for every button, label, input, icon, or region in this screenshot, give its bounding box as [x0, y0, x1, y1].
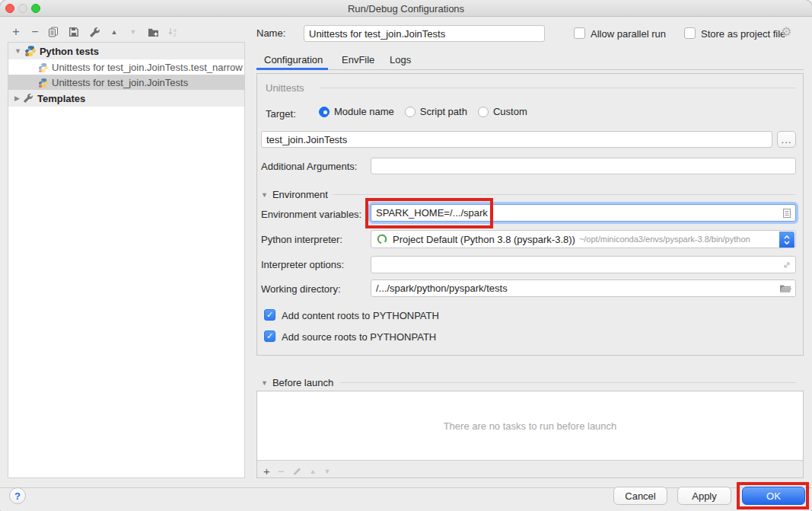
python-config-icon [38, 62, 49, 73]
before-launch-line [340, 382, 796, 383]
move-task-down-button: ▼ [323, 468, 330, 475]
plus-icon: + [12, 26, 19, 38]
before-launch-label: Before launch [272, 377, 333, 388]
minus-icon: − [31, 26, 38, 38]
name-value: Unittests for test_join.JoinTests [309, 28, 445, 40]
tab-logs[interactable]: Logs [390, 54, 411, 65]
add-content-roots-checkbox[interactable]: ✓ [264, 309, 275, 321]
python-tests-icon [24, 45, 37, 57]
browse-button[interactable]: ... [777, 131, 796, 148]
new-folder-button[interactable] [146, 25, 160, 39]
radio-script-path-label: Script path [420, 106, 467, 117]
radio-module-name[interactable] [319, 107, 330, 117]
tree-item-test-narrow[interactable]: Unittests for test_join.JoinTests.test_n… [8, 59, 244, 75]
tree-item-label: Unittests for test_join.JoinTests [52, 77, 188, 88]
python-interpreter-select[interactable]: Project Default (Python 3.8 (pyspark-3.8… [371, 230, 796, 248]
target-label: Target: [266, 108, 296, 120]
radio-custom-label: Custom [493, 106, 527, 117]
add-task-button[interactable]: + [263, 465, 270, 477]
section-expanded-icon: ▼ [261, 191, 268, 199]
disclosure-collapsed-icon[interactable]: ▶ [14, 94, 20, 102]
radio-script-path[interactable] [405, 107, 416, 117]
radio-custom[interactable] [478, 107, 489, 117]
environment-variables-label: Environment variables: [261, 209, 361, 220]
environment-variables-input[interactable]: SPARK_HOME=/.../spark [371, 204, 796, 222]
active-tab-underline [256, 68, 328, 70]
apply-label: Apply [692, 490, 717, 502]
working-directory-input[interactable]: /.../spark/python/pyspark/tests [371, 279, 796, 297]
ellipsis-icon: ... [782, 134, 792, 145]
remove-config-button[interactable]: − [28, 25, 42, 39]
tree-item-python-tests[interactable]: ▼ Python tests [8, 43, 244, 59]
ok-label: OK [766, 490, 781, 502]
unittests-group-line [320, 88, 796, 88]
triangle-down-icon: ▼ [130, 26, 137, 38]
wrench-icon [89, 27, 100, 38]
environment-section-header[interactable]: ▼ Environment [261, 189, 328, 200]
config-tree: ▼ Python tests Unittests for test_join.J… [8, 42, 245, 478]
add-config-button[interactable]: + [9, 25, 23, 39]
radio-module-name-label: Module name [334, 106, 394, 117]
module-name-input[interactable]: test_join.JoinTests [261, 131, 772, 148]
sort-configs-button: az [166, 25, 180, 39]
environment-variables-value: SPARK_HOME=/.../spark [376, 207, 488, 219]
apply-button[interactable]: Apply [677, 487, 731, 505]
working-directory-value: /.../spark/python/pyspark/tests [376, 283, 508, 294]
store-settings-gear-icon[interactable]: ⚙ [781, 24, 791, 39]
section-expanded-icon: ▼ [261, 379, 268, 387]
before-launch-task-list: There are no tasks to run before launch [257, 391, 803, 461]
tree-item-label: Python tests [40, 46, 99, 57]
run-debug-configurations-dialog: Run/Debug Configurations + − ▲ ▼ az ▼ Py… [0, 0, 812, 511]
before-launch-panel: There are no tasks to run before launch … [256, 391, 804, 478]
cancel-label: Cancel [625, 490, 655, 502]
add-source-roots-label: Add source roots to PYTHONPATH [282, 331, 436, 343]
tab-configuration[interactable]: Configuration [264, 54, 323, 65]
cancel-button[interactable]: Cancel [613, 487, 667, 505]
python-config-icon [38, 78, 49, 88]
save-config-button[interactable] [67, 25, 81, 39]
interpreter-options-input[interactable] [371, 256, 796, 273]
help-button[interactable]: ? [9, 487, 26, 504]
expand-editor-icon[interactable] [782, 260, 791, 270]
store-as-project-file-checkbox[interactable] [684, 27, 696, 39]
edit-task-pencil-icon [292, 466, 302, 476]
working-directory-label: Working directory: [261, 283, 341, 295]
additional-arguments-label: Additional Arguments: [261, 161, 357, 172]
tab-envfile[interactable]: EnvFile [342, 54, 374, 65]
move-down-button: ▼ [126, 25, 140, 39]
disclosure-expanded-icon[interactable]: ▼ [14, 47, 21, 55]
ok-button[interactable]: OK [742, 487, 805, 505]
before-launch-section-header[interactable]: ▼ Before launch [261, 377, 333, 388]
combo-arrows-icon[interactable] [779, 232, 794, 248]
tree-item-label: Unittests for test_join.JoinTests.test_n… [52, 62, 243, 73]
tree-item-jointests-selected[interactable]: Unittests for test_join.JoinTests [8, 75, 244, 91]
titlebar: Run/Debug Configurations [0, 0, 812, 17]
name-label: Name: [256, 27, 285, 39]
edit-templates-button[interactable] [88, 25, 101, 39]
python-interpreter-path: ~/opt/miniconda3/envs/pyspark-3.8/bin/py… [579, 235, 750, 244]
python-interpreter-value: Project Default (Python 3.8 (pyspark-3.8… [393, 234, 575, 245]
move-up-button[interactable]: ▲ [107, 25, 121, 39]
unittests-group-label: Unittests [266, 82, 304, 94]
folder-browse-icon[interactable] [779, 283, 791, 293]
tabs-divider [256, 69, 804, 70]
window-title: Run/Debug Configurations [0, 3, 812, 14]
name-input[interactable]: Unittests for test_join.JoinTests [304, 25, 545, 42]
tree-item-templates[interactable]: ▶ Templates [8, 90, 244, 107]
svg-text:z: z [174, 32, 176, 37]
move-task-up-button: ▲ [310, 468, 317, 475]
question-mark-icon: ? [14, 490, 21, 502]
store-as-project-file-label: Store as project file [701, 28, 785, 40]
add-source-roots-checkbox[interactable]: ✓ [264, 331, 275, 342]
copy-config-button[interactable] [46, 25, 60, 39]
empty-tasks-message: There are no tasks to run before launch [444, 420, 617, 432]
check-icon: ✓ [266, 331, 273, 341]
environment-section-label: Environment [272, 189, 328, 200]
allow-parallel-run-label: Allow parallel run [591, 28, 666, 40]
interpreter-options-label: Interpreter options: [261, 259, 344, 270]
python-interpreter-label: Python interpreter: [261, 234, 342, 245]
env-vars-editor-icon[interactable] [782, 208, 791, 219]
sort-az-icon: az [167, 27, 178, 37]
allow-parallel-run-checkbox[interactable] [574, 27, 585, 39]
additional-arguments-input[interactable] [371, 158, 796, 174]
